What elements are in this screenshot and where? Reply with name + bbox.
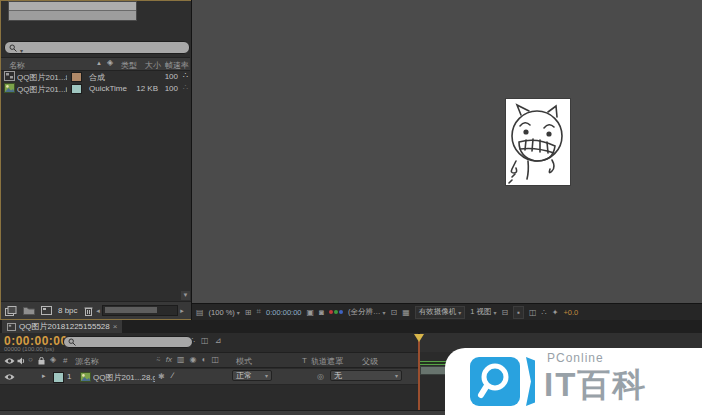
adjustment-layer-icon[interactable]: ◐ bbox=[202, 356, 207, 364]
project-row-composition[interactable]: QQ图片201...8 合成 100 ∴ bbox=[1, 70, 181, 82]
transparency-grid-icon[interactable]: ▦ bbox=[402, 308, 410, 317]
resolution-dropdown[interactable]: (全分辨… bbox=[348, 307, 386, 317]
track-matte-column[interactable]: 轨道遮罩 bbox=[311, 356, 343, 367]
bit-depth-button[interactable]: 8 bpc bbox=[58, 306, 78, 315]
snapshot-icon[interactable]: ▣ bbox=[307, 308, 315, 317]
layer-number-column[interactable]: # bbox=[63, 356, 67, 365]
viewer-menu-icon[interactable]: ▤ bbox=[196, 308, 204, 317]
expand-layer-icon[interactable]: ▸ bbox=[42, 372, 46, 380]
layer-name[interactable]: QQ图片201...28.gif bbox=[93, 372, 155, 383]
item-frame-rate: 100 bbox=[162, 84, 178, 93]
show-channels-icon[interactable] bbox=[329, 310, 343, 314]
video-eye-icon[interactable] bbox=[4, 373, 15, 381]
playhead-marker[interactable] bbox=[414, 334, 424, 342]
lock-icon[interactable] bbox=[38, 357, 45, 365]
effects-fx-icon[interactable]: fx bbox=[166, 356, 172, 364]
timeline-tab[interactable]: QQ图片20181225155528 × bbox=[2, 320, 122, 333]
project-search-input[interactable] bbox=[4, 41, 190, 54]
horizontal-scrollbar[interactable]: ◂ ▸ bbox=[94, 305, 186, 316]
composition-viewer[interactable] bbox=[192, 0, 702, 303]
show-snapshot-icon[interactable]: ◙ bbox=[319, 308, 324, 317]
viewer-timecode[interactable]: 0:00:00:00 bbox=[266, 308, 301, 317]
timeline-tab-bar: QQ图片20181225155528 × bbox=[0, 320, 702, 333]
playhead-line bbox=[418, 341, 420, 415]
graph-editor-icon[interactable]: ⊿ bbox=[215, 337, 222, 345]
timeline-layer-row[interactable]: ▸ 1 QQ图片201...28.gif ✱ ∕ 正常 ◎ 无 bbox=[0, 369, 418, 385]
item-name: QQ图片201...if bbox=[17, 84, 67, 95]
pixel-aspect-icon[interactable]: ⊟ bbox=[502, 308, 509, 317]
sort-ascending-icon[interactable]: ▲ bbox=[96, 60, 102, 66]
project-footer-bar: 8 bpc ◂ ▸ bbox=[1, 301, 191, 319]
solo-icon[interactable]: ○ bbox=[28, 356, 33, 364]
item-frame-rate: 100 bbox=[162, 72, 178, 81]
logo-bracket-shape bbox=[526, 357, 535, 406]
new-composition-icon[interactable] bbox=[41, 306, 52, 315]
magnification-dropdown[interactable]: (100 %) bbox=[209, 308, 240, 317]
trkmat-t-column[interactable]: T bbox=[302, 356, 307, 365]
motion-blur-icon[interactable]: ◉ bbox=[190, 356, 197, 364]
view-layout-dropdown[interactable]: 1 视图 bbox=[470, 307, 496, 317]
close-tab-icon[interactable]: × bbox=[113, 322, 118, 331]
mask-visibility-icon[interactable]: ⌗ bbox=[257, 307, 262, 317]
scrollbar-track[interactable] bbox=[102, 305, 178, 316]
shy-icon[interactable]: ⍨ bbox=[156, 356, 161, 364]
preview-thumbnail-top bbox=[9, 2, 136, 11]
after-effects-window: { "project_panel": { "search": { "placeh… bbox=[0, 0, 702, 415]
composition-icon bbox=[4, 71, 15, 81]
timeline-button-icon[interactable]: ◫ bbox=[529, 308, 537, 317]
layer-switches-icons: ⍨ fx ▥ ◉ ◐ ◫ bbox=[156, 356, 219, 364]
usage-icon: ∴ bbox=[183, 83, 188, 92]
timeline-controls: 0:00:00:00 00000 (100.00 fps) ∴ ◫ ⊿ bbox=[0, 333, 418, 352]
usage-icon: ∴ bbox=[183, 71, 188, 80]
label-swatch[interactable] bbox=[71, 84, 82, 94]
interpret-footage-icon[interactable] bbox=[5, 306, 17, 316]
parent-pickwhip-icon[interactable]: ◎ bbox=[317, 372, 324, 381]
flowchart-icon[interactable]: ∴ bbox=[542, 308, 547, 317]
item-size: 12 KB bbox=[136, 84, 158, 93]
quality-icon[interactable]: ∕ bbox=[172, 371, 173, 380]
label-column-icon[interactable]: ◈ bbox=[50, 356, 56, 364]
project-column-header: 名称 ▲ ◈ 类型 大小 帧速率 bbox=[1, 57, 190, 71]
footage-icon bbox=[4, 83, 15, 93]
project-panel: 名称 ▲ ◈ 类型 大小 帧速率 QQ图片201...8 合成 100 ∴ QQ… bbox=[0, 0, 191, 320]
layer-label-swatch[interactable] bbox=[53, 372, 64, 383]
timeline-search-input[interactable] bbox=[63, 336, 193, 348]
scrollbar-thumb[interactable] bbox=[105, 307, 157, 313]
draft-3d-icon[interactable]: ◫ bbox=[201, 337, 209, 345]
timeline-tab-label: QQ图片20181225155528 bbox=[19, 321, 110, 332]
parent-column[interactable]: 父级 bbox=[362, 356, 378, 367]
video-eye-icon[interactable] bbox=[4, 357, 15, 365]
timeline-column-header: ○ ◈ # 源名称 ⍨ fx ▥ ◉ ◐ ◫ 模式 T 轨道遮罩 父级 bbox=[0, 352, 418, 368]
grid-guides-icon[interactable]: ⊞ bbox=[245, 308, 252, 317]
region-of-interest-icon[interactable]: ⊡ bbox=[390, 308, 397, 317]
fast-preview-icon[interactable]: ▪ bbox=[513, 306, 524, 319]
label-column-icon[interactable]: ◈ bbox=[107, 59, 113, 67]
blend-mode-dropdown[interactable]: 正常 bbox=[232, 370, 272, 381]
parent-dropdown[interactable]: 无 bbox=[330, 370, 402, 381]
scrollbar-down-arrow[interactable]: ▼ bbox=[181, 291, 190, 300]
mode-column[interactable]: 模式 bbox=[236, 356, 252, 367]
search-icon bbox=[9, 44, 17, 52]
layer-index: 1 bbox=[67, 372, 71, 381]
cartoon-character-drawing bbox=[506, 99, 570, 185]
item-type: QuickTime bbox=[89, 84, 127, 93]
new-folder-icon[interactable] bbox=[23, 306, 35, 315]
camera-view-dropdown[interactable]: 有效摄像机 bbox=[415, 306, 466, 319]
scroll-left-icon[interactable]: ◂ bbox=[94, 307, 102, 315]
search-options-caret-icon[interactable] bbox=[20, 39, 23, 57]
project-row-footage[interactable]: QQ图片201...if QuickTime 12 KB 100 ∴ bbox=[1, 82, 181, 94]
collapse-transformations-icon[interactable]: ✱ bbox=[158, 372, 165, 381]
character-image bbox=[506, 99, 570, 185]
search-icon bbox=[68, 338, 76, 346]
trash-icon[interactable] bbox=[84, 306, 93, 316]
exposure-value[interactable]: +0.0 bbox=[563, 308, 578, 317]
3d-layer-icon[interactable]: ◫ bbox=[211, 356, 219, 364]
timeline-comp-icon bbox=[7, 323, 16, 331]
reset-exposure-icon[interactable]: ✦ bbox=[552, 308, 559, 317]
audio-speaker-icon[interactable] bbox=[17, 357, 25, 365]
label-swatch[interactable] bbox=[71, 72, 82, 82]
scroll-right-icon[interactable]: ▸ bbox=[178, 307, 186, 315]
frame-blend-icon[interactable]: ▥ bbox=[177, 356, 185, 364]
mini-flowchart-icon[interactable]: ∴ bbox=[190, 337, 195, 345]
source-name-column[interactable]: 源名称 bbox=[75, 356, 99, 367]
